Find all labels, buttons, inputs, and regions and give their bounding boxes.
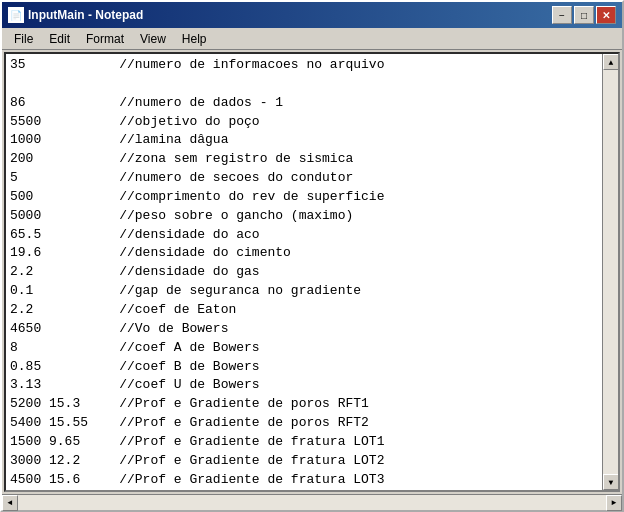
scroll-up-button[interactable]: ▲ [603,54,619,70]
menu-format[interactable]: Format [78,30,132,48]
title-bar: 📄 InputMain - Notepad − □ ✕ [2,2,622,28]
minimize-button[interactable]: − [552,6,572,24]
window-controls: − □ ✕ [552,6,616,24]
app-icon: 📄 [8,7,24,23]
scroll-track-h[interactable] [18,495,606,510]
menu-view[interactable]: View [132,30,174,48]
main-window: 📄 InputMain - Notepad − □ ✕ File Edit Fo… [0,0,624,512]
scroll-down-button[interactable]: ▼ [603,474,619,490]
maximize-button[interactable]: □ [574,6,594,24]
horizontal-scrollbar: ◄ ► [2,494,622,510]
menu-help[interactable]: Help [174,30,215,48]
title-bar-left: 📄 InputMain - Notepad [8,7,143,23]
menu-edit[interactable]: Edit [41,30,78,48]
scroll-track-v[interactable] [603,70,618,474]
scroll-right-button[interactable]: ► [606,495,622,511]
text-editor[interactable]: 35 //numero de informacoes no arquivo 86… [6,54,602,490]
menu-file[interactable]: File [6,30,41,48]
close-button[interactable]: ✕ [596,6,616,24]
window-title: InputMain - Notepad [28,8,143,22]
menu-bar: File Edit Format View Help [2,28,622,50]
vertical-scrollbar: ▲ ▼ [602,54,618,490]
scroll-left-button[interactable]: ◄ [2,495,18,511]
editor-area: 35 //numero de informacoes no arquivo 86… [4,52,620,492]
